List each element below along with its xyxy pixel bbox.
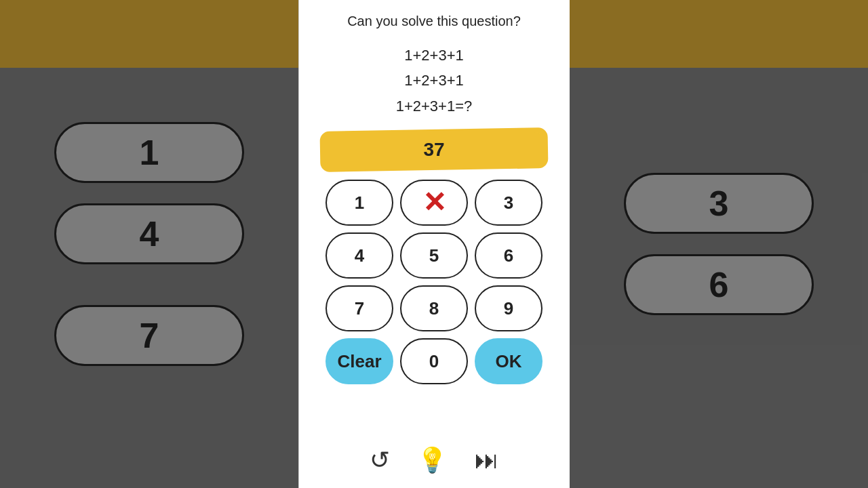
bg-left: 1 4 7 xyxy=(0,0,298,488)
key-6[interactable]: 6 xyxy=(475,232,542,279)
skip-icon[interactable]: ⏭ xyxy=(475,446,499,474)
bg-btn-7: 7 xyxy=(54,305,244,366)
bg-banner-right xyxy=(570,0,868,68)
key-8[interactable]: 8 xyxy=(400,285,468,331)
bg-right: 3 6 xyxy=(570,0,868,488)
center-panel: Can you solve this question? 1+2+3+1 1+2… xyxy=(298,0,570,488)
bg-btn-3: 3 xyxy=(624,173,814,234)
equations: 1+2+3+1 1+2+3+1 1+2+3+1=? xyxy=(396,43,473,119)
clear-button[interactable]: Clear xyxy=(326,338,393,384)
equation-line1: 1+2+3+1 xyxy=(396,43,473,68)
key-7[interactable]: 7 xyxy=(326,285,393,331)
bg-btn-6: 6 xyxy=(624,254,814,315)
key-5[interactable]: 5 xyxy=(400,232,468,279)
answer-display: 37 xyxy=(326,132,542,167)
delete-x-icon: ✕ xyxy=(422,188,446,217)
key-9[interactable]: 9 xyxy=(475,285,542,331)
key-4[interactable]: 4 xyxy=(326,232,393,279)
answer-value: 37 xyxy=(423,139,444,161)
bg-btn-4: 4 xyxy=(54,203,244,264)
key-3[interactable]: 3 xyxy=(475,180,542,226)
toolbar: ↺ 💡 ⏭ xyxy=(370,446,499,481)
equation-line2: 1+2+3+1 xyxy=(396,68,473,93)
question-heading: Can you solve this question? xyxy=(347,14,521,29)
screen: 1 4 7 3 6 Can you solve this question? 1… xyxy=(0,0,868,488)
bg-btn-1: 1 xyxy=(54,122,244,183)
bg-banner-left xyxy=(0,0,298,68)
key-1[interactable]: 1 xyxy=(326,180,393,226)
key-delete[interactable]: ✕ xyxy=(400,180,468,226)
keypad: 1 ✕ 3 4 5 6 7 8 9 Clear 0 OK xyxy=(326,180,542,384)
retry-icon[interactable]: ↺ xyxy=(370,446,390,474)
ok-button[interactable]: OK xyxy=(475,338,542,384)
key-0[interactable]: 0 xyxy=(400,338,468,384)
hint-icon[interactable]: 💡 xyxy=(417,446,448,474)
equation-line3: 1+2+3+1=? xyxy=(396,94,473,119)
